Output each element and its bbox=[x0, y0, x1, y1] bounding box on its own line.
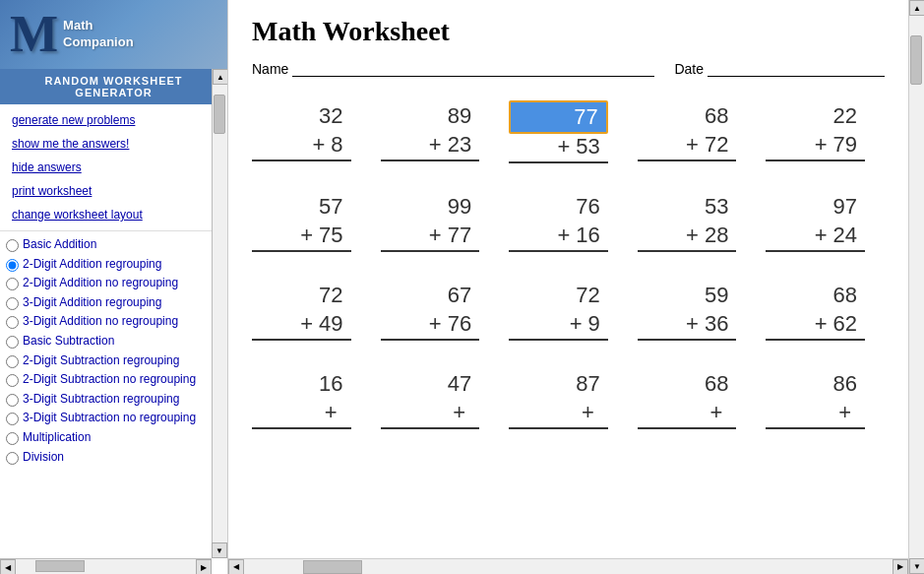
problem-top-17: 87 bbox=[509, 368, 608, 400]
show-answers-link[interactable]: show me the answers! bbox=[0, 132, 227, 156]
problem-bottom-num-3: 72 bbox=[705, 132, 728, 158]
problem-top-9: 97 bbox=[766, 191, 865, 223]
sidebar-hscroll[interactable]: ◀ ▶ bbox=[0, 558, 212, 574]
problem-top-6: 99 bbox=[381, 191, 480, 223]
problem-bottom-8: +28 bbox=[638, 223, 737, 248]
problem-op-18: + bbox=[710, 400, 723, 425]
problem-top-7: 76 bbox=[509, 191, 608, 223]
problem-op-15: + bbox=[325, 400, 338, 425]
problem-bottom-14: +62 bbox=[766, 311, 865, 337]
problem-18: 68+ bbox=[638, 368, 757, 429]
problem-bottom-num-13: 36 bbox=[705, 311, 728, 337]
vscroll-up-arrow[interactable]: ▲ bbox=[909, 0, 924, 16]
problem-top-4: 22 bbox=[766, 100, 865, 132]
logo-m-letter: M bbox=[10, 9, 58, 60]
problem-bottom-10: +49 bbox=[252, 311, 351, 337]
problem-op-1: + bbox=[429, 132, 442, 158]
problem-op-10: + bbox=[300, 311, 313, 337]
option-multiplication[interactable]: Multiplication bbox=[6, 428, 221, 448]
problem-line-5 bbox=[252, 250, 351, 252]
problem-line-12 bbox=[509, 339, 608, 341]
problem-bottom-num-7: 16 bbox=[576, 223, 599, 248]
sidebar-scroll-thumb[interactable] bbox=[214, 95, 225, 134]
main-vscroll[interactable]: ▲ ▼ bbox=[908, 0, 924, 574]
option-basic-addition[interactable]: Basic Addition bbox=[6, 235, 221, 255]
problem-bottom-num-2: 53 bbox=[576, 134, 599, 159]
sidebar-hscroll-left[interactable]: ◀ bbox=[0, 559, 16, 574]
option-division[interactable]: Division bbox=[6, 448, 221, 468]
problem-bottom-6: +77 bbox=[381, 223, 480, 248]
problem-op-16: + bbox=[453, 400, 465, 425]
problem-op-19: + bbox=[838, 400, 851, 425]
sidebar-hscroll-right[interactable]: ▶ bbox=[196, 559, 212, 574]
problem-op-5: + bbox=[300, 223, 313, 248]
option-3d-addition-regroup[interactable]: 3-Digit Addition regrouping bbox=[6, 293, 221, 313]
name-line bbox=[292, 59, 654, 77]
option-2d-addition-regroup[interactable]: 2-Digit Addition regrouping bbox=[6, 255, 221, 275]
sidebar-title: RANDOM WORKSHEET GENERATOR bbox=[0, 69, 227, 104]
problem-op-3: + bbox=[686, 132, 699, 158]
problem-bottom-num-4: 79 bbox=[833, 132, 857, 158]
vscroll-down-arrow[interactable]: ▼ bbox=[909, 558, 924, 574]
print-worksheet-link[interactable]: print worksheet bbox=[0, 179, 227, 203]
problem-bottom-num-12: 9 bbox=[588, 311, 600, 337]
worksheet-type-options: Basic Addition 2-Digit Addition regroupi… bbox=[0, 231, 227, 574]
vscroll-thumb[interactable] bbox=[910, 35, 922, 85]
sidebar-vscroll[interactable]: ▲ ▼ bbox=[212, 69, 227, 558]
problem-line-11 bbox=[381, 339, 480, 341]
problem-line-17 bbox=[509, 427, 608, 429]
option-2d-subtraction-regroup[interactable]: 2-Digit Subtraction regrouping bbox=[6, 351, 221, 371]
problem-line-13 bbox=[638, 339, 737, 341]
option-2d-addition-no-regroup[interactable]: 2-Digit Addition no regrouping bbox=[6, 274, 221, 293]
problem-op-12: + bbox=[570, 311, 583, 337]
date-line bbox=[708, 59, 885, 77]
main-hscroll[interactable]: ◀ ▶ bbox=[228, 558, 908, 574]
problem-7: 76+16 bbox=[509, 191, 628, 252]
problem-bottom-16: + bbox=[381, 400, 480, 425]
generate-problems-link[interactable]: generate new problems bbox=[0, 108, 227, 132]
option-3d-subtraction-regroup[interactable]: 3-Digit Subtraction regrouping bbox=[6, 390, 221, 410]
problem-bottom-15: + bbox=[252, 400, 351, 425]
problem-top-18: 68 bbox=[638, 368, 737, 400]
problem-bottom-7: +16 bbox=[509, 223, 608, 248]
problem-15: 16+ bbox=[252, 368, 371, 429]
hscroll-right-arrow[interactable]: ▶ bbox=[893, 559, 908, 575]
sidebar-scroll-up[interactable]: ▲ bbox=[213, 69, 228, 85]
option-basic-subtraction[interactable]: Basic Subtraction bbox=[6, 332, 221, 351]
problem-bottom-5: +75 bbox=[252, 223, 351, 248]
problem-8: 53+28 bbox=[638, 191, 757, 252]
problem-0: 32+8 bbox=[252, 100, 371, 163]
sidebar-scroll-down[interactable]: ▼ bbox=[212, 542, 227, 558]
option-3d-addition-no-regroup[interactable]: 3-Digit Addition no regrouping bbox=[6, 312, 221, 332]
problem-bottom-num-1: 23 bbox=[448, 132, 471, 158]
problem-top-5: 57 bbox=[252, 191, 351, 223]
problem-6: 99+77 bbox=[381, 191, 500, 252]
problem-op-6: + bbox=[429, 223, 442, 248]
hide-answers-link[interactable]: hide answers bbox=[0, 156, 227, 179]
option-2d-subtraction-no-regroup[interactable]: 2-Digit Subtraction no regrouping bbox=[6, 370, 221, 390]
problem-16: 47+ bbox=[381, 368, 500, 429]
problem-bottom-2: +53 bbox=[509, 134, 608, 159]
problem-19: 86+ bbox=[766, 368, 885, 429]
problem-17: 87+ bbox=[509, 368, 628, 429]
problem-op-8: + bbox=[686, 223, 699, 248]
problem-line-1 bbox=[381, 159, 480, 161]
problem-top-8: 53 bbox=[638, 191, 737, 223]
hscroll-left-arrow[interactable]: ◀ bbox=[228, 559, 244, 575]
problem-11: 67+76 bbox=[381, 280, 500, 341]
hscroll-thumb[interactable] bbox=[303, 560, 362, 574]
problem-op-4: + bbox=[815, 132, 828, 158]
problem-top-0: 32 bbox=[252, 100, 351, 132]
sidebar-hscroll-thumb[interactable] bbox=[35, 560, 85, 572]
problem-bottom-19: + bbox=[766, 400, 865, 425]
problem-line-8 bbox=[638, 250, 737, 252]
problem-top-19: 86 bbox=[766, 368, 865, 400]
problem-bottom-13: +36 bbox=[638, 311, 737, 337]
logo-text: Math Companion bbox=[63, 18, 134, 51]
problem-line-9 bbox=[766, 250, 865, 252]
problem-top-10: 72 bbox=[252, 280, 351, 311]
vscroll-track[interactable] bbox=[909, 16, 924, 558]
option-3d-subtraction-no-regroup[interactable]: 3-Digit Subtraction no regrouping bbox=[6, 409, 221, 428]
hscroll-track[interactable] bbox=[244, 559, 893, 575]
change-layout-link[interactable]: change worksheet layout bbox=[0, 203, 227, 226]
